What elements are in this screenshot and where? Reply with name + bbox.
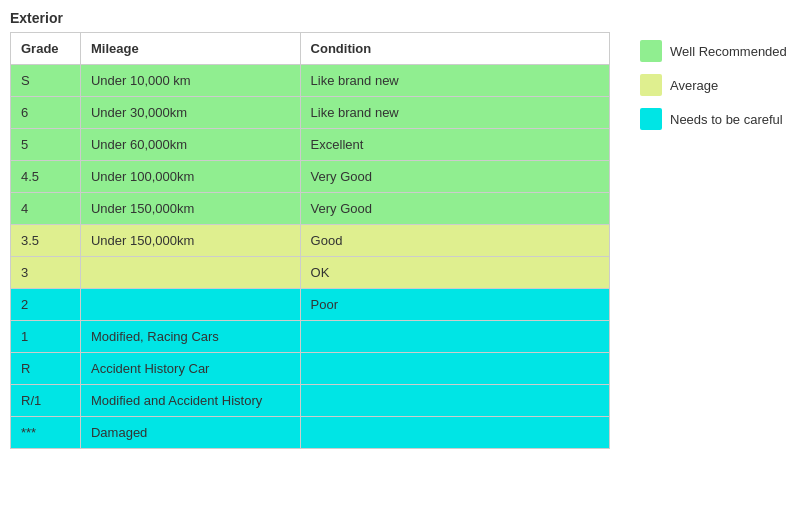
cell-mileage: Under 150,000km — [80, 193, 300, 225]
cell-condition — [300, 417, 609, 449]
cell-grade: 4.5 — [11, 161, 81, 193]
cell-mileage: Damaged — [80, 417, 300, 449]
header-condition: Condition — [300, 33, 609, 65]
cell-condition — [300, 321, 609, 353]
legend-label-average: Average — [670, 78, 718, 93]
cell-mileage — [80, 289, 300, 321]
cell-mileage: Under 60,000km — [80, 129, 300, 161]
table-section: Exterior Grade Mileage Condition SUnder … — [10, 10, 610, 449]
section-title: Exterior — [10, 10, 610, 26]
table-row: 5Under 60,000kmExcellent — [11, 129, 610, 161]
cell-condition: Very Good — [300, 161, 609, 193]
cell-grade: R/1 — [11, 385, 81, 417]
table-row: 3.5Under 150,000kmGood — [11, 225, 610, 257]
table-row: 1Modified, Racing Cars — [11, 321, 610, 353]
cell-mileage: Under 10,000 km — [80, 65, 300, 97]
cell-mileage: Under 150,000km — [80, 225, 300, 257]
table-row: 4.5Under 100,000kmVery Good — [11, 161, 610, 193]
cell-grade: 5 — [11, 129, 81, 161]
table-row: 4Under 150,000kmVery Good — [11, 193, 610, 225]
cell-grade: R — [11, 353, 81, 385]
legend-label-careful: Needs to be careful — [670, 112, 783, 127]
cell-condition — [300, 385, 609, 417]
cell-grade: 2 — [11, 289, 81, 321]
legend-item-well: Well Recommended — [640, 40, 808, 62]
legend-item-careful: Needs to be careful — [640, 108, 808, 130]
cell-grade: 3.5 — [11, 225, 81, 257]
table-row: 3OK — [11, 257, 610, 289]
grade-table: Grade Mileage Condition SUnder 10,000 km… — [10, 32, 610, 449]
table-row: ***Damaged — [11, 417, 610, 449]
cell-grade: 6 — [11, 97, 81, 129]
cell-condition: Like brand new — [300, 65, 609, 97]
cell-grade: 1 — [11, 321, 81, 353]
cell-condition: Excellent — [300, 129, 609, 161]
table-row: 2Poor — [11, 289, 610, 321]
cell-grade: 4 — [11, 193, 81, 225]
cell-mileage — [80, 257, 300, 289]
legend-swatch-well — [640, 40, 662, 62]
legend: Well RecommendedAverageNeeds to be caref… — [640, 10, 808, 130]
main-container: Exterior Grade Mileage Condition SUnder … — [10, 10, 798, 449]
cell-condition: Good — [300, 225, 609, 257]
table-row: R/1Modified and Accident History — [11, 385, 610, 417]
legend-swatch-careful — [640, 108, 662, 130]
header-grade: Grade — [11, 33, 81, 65]
table-row: RAccident History Car — [11, 353, 610, 385]
cell-grade: 3 — [11, 257, 81, 289]
table-row: SUnder 10,000 kmLike brand new — [11, 65, 610, 97]
cell-condition — [300, 353, 609, 385]
cell-grade: *** — [11, 417, 81, 449]
cell-condition: Like brand new — [300, 97, 609, 129]
cell-condition: Very Good — [300, 193, 609, 225]
cell-mileage: Modified and Accident History — [80, 385, 300, 417]
cell-mileage: Accident History Car — [80, 353, 300, 385]
cell-grade: S — [11, 65, 81, 97]
cell-mileage: Under 100,000km — [80, 161, 300, 193]
cell-mileage: Modified, Racing Cars — [80, 321, 300, 353]
cell-condition: Poor — [300, 289, 609, 321]
table-row: 6Under 30,000kmLike brand new — [11, 97, 610, 129]
cell-mileage: Under 30,000km — [80, 97, 300, 129]
legend-swatch-average — [640, 74, 662, 96]
legend-label-well: Well Recommended — [670, 44, 787, 59]
header-mileage: Mileage — [80, 33, 300, 65]
legend-item-average: Average — [640, 74, 808, 96]
cell-condition: OK — [300, 257, 609, 289]
